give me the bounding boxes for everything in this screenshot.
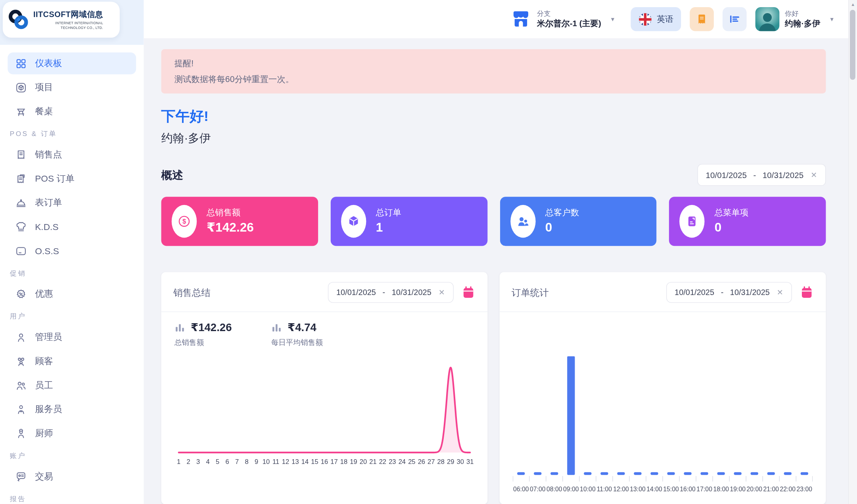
svg-text:10: 10 [263, 458, 270, 466]
overview-date-range[interactable]: 10/01/2025 - 10/31/2025 ✕ [698, 164, 826, 186]
svg-text:11: 11 [272, 458, 279, 466]
svg-text:27: 27 [428, 458, 435, 466]
sidebar: IITCSOFT网域信息 INTERNET INTERNATIONAL TECH… [0, 0, 144, 504]
brand-logo-icon [7, 8, 30, 31]
sidebar-item-tables[interactable]: 餐桌 [8, 101, 136, 123]
sidebar-item-oss[interactable]: O.S.S [8, 240, 136, 262]
order-statistics-title: 订单统计 [512, 286, 549, 299]
brand-logo-card[interactable]: IITCSOFT网域信息 INTERNET INTERNATIONAL TECH… [3, 2, 120, 38]
stat-card-value: ₹142.26 [207, 220, 254, 235]
sidebar-item-administrators[interactable]: 管理员 [8, 326, 136, 348]
overview-title: 概述 [161, 168, 183, 182]
stat-card-value: 0 [715, 220, 748, 235]
svg-text:19:00: 19:00 [730, 486, 746, 493]
total-sales-value: ₹142.26 [191, 321, 232, 334]
bar-chart-icon [174, 322, 186, 333]
sidebar-nav: 仪表板项目餐桌POS & 订单销售点POS 订单表订单K.D.SO.S.S促销优… [0, 45, 144, 504]
sidebar-section-pos-orders: POS & 订单 [10, 130, 134, 139]
language-label: 英语 [657, 14, 673, 24]
sidebar-section-reports: 报告 [10, 494, 134, 504]
sidebar-item-label: 表订单 [35, 197, 62, 209]
topbar: 分支 米尔普尔-1 (主要) ▾ 英语 [144, 0, 849, 38]
sidebar-item-customers[interactable]: 顾客 [8, 350, 136, 372]
branch-label: 分支 [537, 10, 601, 18]
sidebar-item-transactions[interactable]: 交易 [8, 466, 136, 487]
sidebar-item-label: POS 订单 [35, 173, 75, 185]
svg-text:25: 25 [408, 458, 415, 466]
main-content: 提醒! 测试数据将每60分钟重置一次。 下午好! 约翰·多伊 概述 10/01/… [144, 38, 849, 504]
sales-summary-line-chart: 1234567891011121314151617181920212223242… [174, 353, 475, 471]
stat-card-label: 总销售额 [207, 208, 254, 218]
stat-card-total-customers: 总客户数0 [500, 197, 656, 246]
scroll-up-arrow-icon[interactable]: ▲ [849, 0, 857, 9]
sidebar-item-kds[interactable]: K.D.S [8, 216, 136, 238]
svg-text:23: 23 [389, 458, 396, 466]
svg-text:17:00: 17:00 [696, 486, 712, 493]
stat-card-value: 0 [545, 220, 579, 235]
date-end: 10/31/2025 [730, 288, 770, 297]
svg-text:22:00: 22:00 [780, 486, 796, 493]
sidebar-item-pos[interactable]: 销售点 [8, 144, 136, 165]
sidebar-item-label: 餐桌 [35, 105, 53, 117]
sidebar-item-dashboard[interactable]: 仪表板 [8, 52, 136, 74]
reminder-alert: 提醒! 测试数据将每60分钟重置一次。 [161, 49, 826, 94]
language-selector[interactable]: 英语 [631, 7, 681, 31]
clear-date-button[interactable]: ✕ [776, 288, 784, 297]
svg-text:20:00: 20:00 [746, 486, 762, 493]
date-end: 10/31/2025 [763, 171, 803, 180]
svg-text:1: 1 [177, 458, 180, 466]
date-separator: - [753, 171, 756, 180]
calendar-button[interactable] [461, 286, 475, 300]
stat-card-total-orders: 总订单1 [330, 197, 487, 246]
sidebar-item-label: K.D.S [35, 222, 58, 232]
avg-daily-sales-value: ₹4.74 [288, 321, 316, 334]
calendar-button[interactable] [799, 286, 814, 300]
date-separator: - [721, 288, 724, 297]
svg-text:09:00: 09:00 [563, 486, 579, 493]
waiter-request-button[interactable] [723, 7, 747, 31]
sidebar-item-label: 厨师 [35, 427, 53, 439]
svg-text:13:00: 13:00 [630, 486, 646, 493]
sidebar-item-offers[interactable]: 优惠 [8, 283, 136, 305]
sidebar-section-users: 用户 [10, 312, 134, 321]
sidebar-item-label: 服务员 [35, 403, 62, 415]
date-end: 10/31/2025 [392, 288, 431, 297]
sidebar-item-table-orders[interactable]: 表订单 [8, 192, 136, 214]
order-statistics-bar-chart: 06:0007:0008:0009:0010:0011:0012:0013:00… [513, 332, 813, 496]
box-icon [15, 82, 27, 93]
svg-text:21:00: 21:00 [763, 486, 779, 493]
date-start: 10/01/2025 [336, 288, 376, 297]
grid-icon [15, 57, 27, 69]
sidebar-item-employees[interactable]: 员工 [8, 374, 136, 396]
user-name: 约翰·多伊 [785, 18, 821, 29]
app-viewport: IITCSOFT网域信息 INTERNET INTERNATIONAL TECH… [0, 0, 857, 504]
chat-coin-icon [15, 471, 27, 482]
sidebar-item-items[interactable]: 项目 [8, 77, 136, 98]
sidebar-item-chefs[interactable]: 厨师 [8, 422, 136, 444]
clear-date-button[interactable]: ✕ [438, 288, 445, 297]
svg-text:4: 4 [206, 458, 210, 466]
sidebar-item-pos-orders-item[interactable]: POS 订单 [8, 168, 136, 190]
clear-date-button[interactable]: ✕ [810, 171, 818, 179]
svg-text:30: 30 [457, 458, 464, 466]
svg-text:8: 8 [245, 458, 248, 466]
calendar-icon [799, 286, 814, 300]
sidebar-item-waiters[interactable]: 服务员 [8, 399, 136, 420]
sidebar-item-label: 交易 [35, 471, 53, 483]
svg-text:21: 21 [369, 458, 376, 466]
pos-receipt-icon [15, 173, 27, 184]
sidebar-item-label: 项目 [35, 81, 53, 93]
order-statistics-panel: 订单统计 10/01/2025 - 10/31/2025 ✕ [500, 272, 826, 504]
svg-text:$: $ [182, 218, 186, 225]
sales-date-range[interactable]: 10/01/2025 - 10/31/2025 ✕ [328, 282, 454, 303]
orders-date-range[interactable]: 10/01/2025 - 10/31/2025 ✕ [666, 282, 792, 303]
svg-text:12:00: 12:00 [613, 486, 629, 493]
date-start: 10/01/2025 [706, 171, 746, 180]
scrollbar-thumb[interactable] [850, 10, 855, 80]
vertical-scrollbar[interactable]: ▲ [848, 0, 857, 504]
user-menu[interactable]: 你好 约翰·多伊 ▾ [755, 7, 834, 31]
branch-selector[interactable]: 分支 米尔普尔-1 (主要) ▾ [511, 9, 614, 29]
svg-text:15: 15 [311, 458, 318, 466]
uk-flag-icon [638, 12, 652, 26]
pos-receipt-button[interactable] [690, 7, 714, 31]
